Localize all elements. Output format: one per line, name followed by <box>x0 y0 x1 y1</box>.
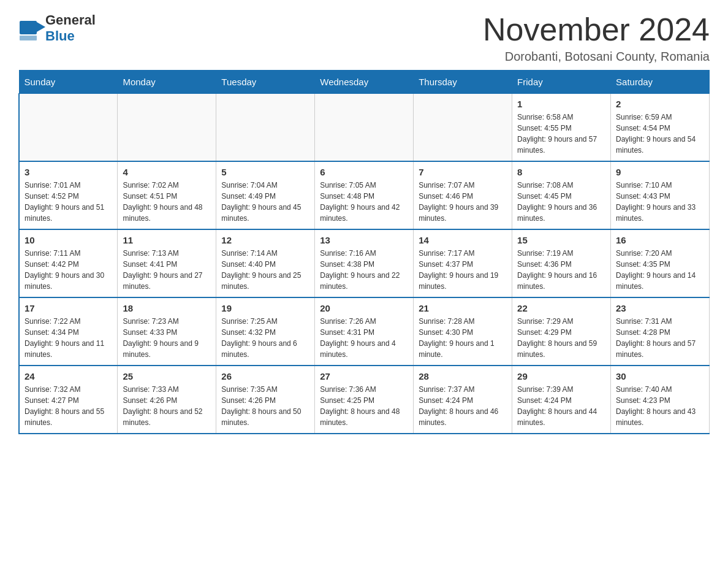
day-number: 2 <box>616 99 704 109</box>
day-info: Sunrise: 7:08 AMSunset: 4:45 PMDaylight:… <box>517 180 605 224</box>
calendar-cell: 16Sunrise: 7:20 AMSunset: 4:35 PMDayligh… <box>611 229 710 297</box>
calendar-cell: 15Sunrise: 7:19 AMSunset: 4:36 PMDayligh… <box>512 229 611 297</box>
day-info: Sunrise: 7:14 AMSunset: 4:40 PMDaylight:… <box>221 248 309 292</box>
day-info: Sunrise: 7:35 AMSunset: 4:26 PMDaylight:… <box>221 384 309 428</box>
day-info: Sunrise: 7:29 AMSunset: 4:29 PMDaylight:… <box>517 316 605 360</box>
day-number: 8 <box>517 167 605 177</box>
day-info: Sunrise: 7:02 AMSunset: 4:51 PMDaylight:… <box>123 180 211 224</box>
day-number: 1 <box>517 99 605 109</box>
day-header-tuesday: Tuesday <box>216 71 315 94</box>
calendar-cell: 19Sunrise: 7:25 AMSunset: 4:32 PMDayligh… <box>216 297 315 366</box>
day-number: 26 <box>221 371 309 381</box>
calendar-cell: 5Sunrise: 7:04 AMSunset: 4:49 PMDaylight… <box>216 161 315 229</box>
day-info: Sunrise: 7:16 AMSunset: 4:38 PMDaylight:… <box>320 248 408 292</box>
day-number: 17 <box>25 303 112 313</box>
day-info: Sunrise: 7:13 AMSunset: 4:41 PMDaylight:… <box>123 248 211 292</box>
day-number: 23 <box>616 303 704 313</box>
calendar-cell: 10Sunrise: 7:11 AMSunset: 4:42 PMDayligh… <box>19 229 118 297</box>
calendar-cell <box>315 94 414 162</box>
week-row-4: 17Sunrise: 7:22 AMSunset: 4:34 PMDayligh… <box>19 297 710 366</box>
calendar-body: 1Sunrise: 6:58 AMSunset: 4:55 PMDaylight… <box>19 94 710 434</box>
day-header-saturday: Saturday <box>611 71 710 94</box>
day-info: Sunrise: 7:04 AMSunset: 4:49 PMDaylight:… <box>221 180 309 224</box>
day-info: Sunrise: 7:37 AMSunset: 4:24 PMDaylight:… <box>419 384 507 428</box>
day-number: 27 <box>320 371 408 381</box>
day-number: 10 <box>25 235 112 245</box>
svg-rect-0 <box>20 21 37 34</box>
day-number: 30 <box>616 371 704 381</box>
day-info: Sunrise: 7:22 AMSunset: 4:34 PMDaylight:… <box>25 316 112 360</box>
calendar-cell <box>118 94 216 162</box>
calendar-cell <box>216 94 315 162</box>
title-block: November 2024 Dorobanti, Botosani County… <box>483 12 710 64</box>
calendar-cell: 13Sunrise: 7:16 AMSunset: 4:38 PMDayligh… <box>315 229 414 297</box>
logo-text-black: General <box>45 12 96 28</box>
day-info: Sunrise: 7:23 AMSunset: 4:33 PMDaylight:… <box>123 316 211 360</box>
calendar-cell: 12Sunrise: 7:14 AMSunset: 4:40 PMDayligh… <box>216 229 315 297</box>
day-number: 9 <box>616 167 704 177</box>
calendar-cell: 17Sunrise: 7:22 AMSunset: 4:34 PMDayligh… <box>19 297 118 366</box>
calendar-cell: 21Sunrise: 7:28 AMSunset: 4:30 PMDayligh… <box>414 297 512 366</box>
day-number: 25 <box>123 371 211 381</box>
calendar-cell: 25Sunrise: 7:33 AMSunset: 4:26 PMDayligh… <box>118 366 216 434</box>
day-info: Sunrise: 7:01 AMSunset: 4:52 PMDaylight:… <box>25 180 112 224</box>
day-info: Sunrise: 7:33 AMSunset: 4:26 PMDaylight:… <box>123 384 211 428</box>
calendar-cell <box>414 94 512 162</box>
logo-icon <box>18 16 43 40</box>
calendar-cell: 30Sunrise: 7:40 AMSunset: 4:23 PMDayligh… <box>611 366 710 434</box>
day-info: Sunrise: 6:59 AMSunset: 4:54 PMDaylight:… <box>616 112 704 156</box>
calendar-table: SundayMondayTuesdayWednesdayThursdayFrid… <box>18 70 710 434</box>
day-number: 12 <box>221 235 309 245</box>
calendar-cell: 24Sunrise: 7:32 AMSunset: 4:27 PMDayligh… <box>19 366 118 434</box>
svg-marker-1 <box>37 22 45 32</box>
day-info: Sunrise: 7:07 AMSunset: 4:46 PMDaylight:… <box>419 180 507 224</box>
day-info: Sunrise: 7:36 AMSunset: 4:25 PMDaylight:… <box>320 384 408 428</box>
day-number: 3 <box>25 167 112 177</box>
calendar-cell: 20Sunrise: 7:26 AMSunset: 4:31 PMDayligh… <box>315 297 414 366</box>
day-number: 5 <box>221 167 309 177</box>
day-number: 28 <box>419 371 507 381</box>
day-number: 29 <box>517 371 605 381</box>
page-header: General Blue November 2024 Dorobanti, Bo… <box>18 12 710 64</box>
calendar-cell: 14Sunrise: 7:17 AMSunset: 4:37 PMDayligh… <box>414 229 512 297</box>
day-info: Sunrise: 7:11 AMSunset: 4:42 PMDaylight:… <box>25 248 112 292</box>
svg-rect-2 <box>20 36 37 40</box>
calendar-cell: 28Sunrise: 7:37 AMSunset: 4:24 PMDayligh… <box>414 366 512 434</box>
calendar-header: SundayMondayTuesdayWednesdayThursdayFrid… <box>19 71 710 94</box>
day-number: 4 <box>123 167 211 177</box>
calendar-title: November 2024 <box>483 12 710 47</box>
day-info: Sunrise: 7:17 AMSunset: 4:37 PMDaylight:… <box>419 248 507 292</box>
calendar-cell: 6Sunrise: 7:05 AMSunset: 4:48 PMDaylight… <box>315 161 414 229</box>
day-info: Sunrise: 7:05 AMSunset: 4:48 PMDaylight:… <box>320 180 408 224</box>
day-number: 13 <box>320 235 408 245</box>
calendar-cell: 1Sunrise: 6:58 AMSunset: 4:55 PMDaylight… <box>512 94 611 162</box>
calendar-cell: 3Sunrise: 7:01 AMSunset: 4:52 PMDaylight… <box>19 161 118 229</box>
calendar-cell: 27Sunrise: 7:36 AMSunset: 4:25 PMDayligh… <box>315 366 414 434</box>
calendar-cell: 11Sunrise: 7:13 AMSunset: 4:41 PMDayligh… <box>118 229 216 297</box>
calendar-cell: 9Sunrise: 7:10 AMSunset: 4:43 PMDaylight… <box>611 161 710 229</box>
day-info: Sunrise: 7:25 AMSunset: 4:32 PMDaylight:… <box>221 316 309 360</box>
day-info: Sunrise: 7:31 AMSunset: 4:28 PMDaylight:… <box>616 316 704 360</box>
day-header-monday: Monday <box>118 71 216 94</box>
calendar-cell: 18Sunrise: 7:23 AMSunset: 4:33 PMDayligh… <box>118 297 216 366</box>
day-info: Sunrise: 7:32 AMSunset: 4:27 PMDaylight:… <box>25 384 112 428</box>
day-header-wednesday: Wednesday <box>315 71 414 94</box>
day-number: 21 <box>419 303 507 313</box>
week-row-1: 1Sunrise: 6:58 AMSunset: 4:55 PMDaylight… <box>19 94 710 162</box>
day-info: Sunrise: 7:10 AMSunset: 4:43 PMDaylight:… <box>616 180 704 224</box>
day-number: 19 <box>221 303 309 313</box>
calendar-subtitle: Dorobanti, Botosani County, Romania <box>483 50 710 64</box>
day-info: Sunrise: 7:20 AMSunset: 4:35 PMDaylight:… <box>616 248 704 292</box>
day-number: 16 <box>616 235 704 245</box>
day-info: Sunrise: 7:19 AMSunset: 4:36 PMDaylight:… <box>517 248 605 292</box>
calendar-cell <box>19 94 118 162</box>
calendar-cell: 7Sunrise: 7:07 AMSunset: 4:46 PMDaylight… <box>414 161 512 229</box>
calendar-cell: 8Sunrise: 7:08 AMSunset: 4:45 PMDaylight… <box>512 161 611 229</box>
day-number: 11 <box>123 235 211 245</box>
day-number: 6 <box>320 167 408 177</box>
week-row-5: 24Sunrise: 7:32 AMSunset: 4:27 PMDayligh… <box>19 366 710 434</box>
day-info: Sunrise: 7:39 AMSunset: 4:24 PMDaylight:… <box>517 384 605 428</box>
day-number: 15 <box>517 235 605 245</box>
calendar-cell: 22Sunrise: 7:29 AMSunset: 4:29 PMDayligh… <box>512 297 611 366</box>
calendar-cell: 23Sunrise: 7:31 AMSunset: 4:28 PMDayligh… <box>611 297 710 366</box>
